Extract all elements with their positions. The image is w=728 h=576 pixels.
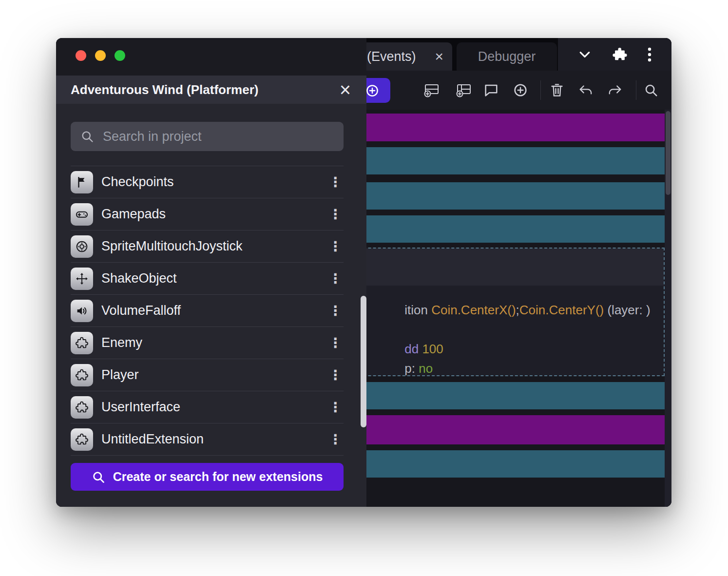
zoom-window-button[interactable] <box>115 50 125 61</box>
code-text: (layer: ) <box>604 303 650 317</box>
tab-debugger[interactable]: Debugger <box>457 42 557 71</box>
project-title: Adventurous Wind (Platformer) <box>71 82 258 97</box>
extension-name: Checkpoints <box>101 174 319 190</box>
add-subevent-icon[interactable] <box>421 79 442 101</box>
close-window-button[interactable] <box>76 50 86 61</box>
extension-name: VolumeFalloff <box>101 303 319 318</box>
kebab-menu-icon[interactable]: ⋮ <box>327 174 344 190</box>
tab-events-label: (Events) <box>367 49 416 64</box>
create-extension-button[interactable]: Create or search for new extensions <box>71 463 344 491</box>
list-item-volumefalloff[interactable]: VolumeFalloff ⋮ <box>71 295 344 327</box>
more-menu-icon[interactable] <box>647 46 652 63</box>
search-icon[interactable] <box>640 79 662 101</box>
chevron-down-icon[interactable] <box>577 47 592 62</box>
kebab-menu-icon[interactable]: ⋮ <box>327 367 344 383</box>
add-comment-icon[interactable] <box>480 79 502 101</box>
list-item-gamepads[interactable]: Gamepads ⋮ <box>71 198 344 230</box>
list-item-userinterface[interactable]: UserInterface ⋮ <box>71 391 344 423</box>
delete-icon[interactable] <box>546 79 568 101</box>
puzzle-icon <box>71 428 93 451</box>
project-search[interactable] <box>71 122 344 151</box>
kebab-menu-icon[interactable]: ⋮ <box>327 270 344 287</box>
kebab-menu-icon[interactable]: ⋮ <box>327 399 344 415</box>
kebab-menu-icon[interactable]: ⋮ <box>327 303 344 319</box>
list-item-shakeobject[interactable]: ShakeObject ⋮ <box>71 263 344 295</box>
undo-icon[interactable] <box>575 79 596 101</box>
extension-name: ShakeObject <box>101 271 319 286</box>
tab-debugger-label: Debugger <box>478 49 536 64</box>
events-scrollbar-track[interactable] <box>665 110 671 507</box>
extension-name: Player <box>101 367 319 383</box>
toolbar-divider <box>540 80 541 100</box>
kebab-menu-icon[interactable]: ⋮ <box>327 431 344 447</box>
move-arrows-icon <box>71 268 93 290</box>
close-icon[interactable]: × <box>340 80 351 99</box>
search-icon <box>92 470 105 484</box>
search-icon <box>80 130 94 143</box>
redo-icon[interactable] <box>604 79 626 101</box>
events-scrollbar-thumb[interactable] <box>666 111 671 195</box>
project-manager-drawer: Adventurous Wind (Platformer) × Checkpoi… <box>56 38 366 507</box>
gdevelop-window: (Events) × Debugger <box>56 38 671 507</box>
puzzle-icon <box>71 332 93 354</box>
code-boolean: no <box>419 361 433 376</box>
code-text: ; <box>516 303 519 317</box>
list-item-spritemultitouchjoystick[interactable]: SpriteMultitouchJoystick ⋮ <box>71 230 344 263</box>
kebab-menu-icon[interactable]: ⋮ <box>327 206 344 222</box>
extension-name: UntitledExtension <box>101 432 319 447</box>
tabbar-actions <box>558 38 671 71</box>
gamepad-icon <box>71 203 93 226</box>
list-item-untitledextension[interactable]: UntitledExtension ⋮ <box>71 423 344 456</box>
tab-close-icon[interactable]: × <box>435 49 443 64</box>
add-other-event-icon[interactable] <box>453 79 475 101</box>
window-titlebar <box>56 38 366 76</box>
puzzle-icon <box>71 396 93 419</box>
extension-name: Gamepads <box>101 207 319 222</box>
create-extension-label: Create or search for new extensions <box>113 470 323 484</box>
extensions-puzzle-icon[interactable] <box>612 46 628 63</box>
list-item-checkpoints[interactable]: Checkpoints ⋮ <box>71 166 344 198</box>
code-expression: Coin.CenterY() <box>519 303 604 317</box>
volume-icon <box>71 300 93 322</box>
desktop-background: (Events) × Debugger <box>0 0 728 576</box>
kebab-menu-icon[interactable]: ⋮ <box>327 238 344 254</box>
minimize-window-button[interactable] <box>95 50 106 61</box>
extension-list: Checkpoints ⋮ Gamepads ⋮ SpriteMultitouc… <box>71 166 344 456</box>
code-text: ition <box>404 303 431 317</box>
code-text: p: <box>404 361 419 376</box>
extension-name: SpriteMultitouchJoystick <box>101 239 319 254</box>
drawer-header: Adventurous Wind (Platformer) × <box>56 76 366 104</box>
code-expression: Coin.CenterX() <box>431 303 516 317</box>
add-circle-icon[interactable] <box>510 79 531 101</box>
puzzle-icon <box>71 364 93 386</box>
drawer-scrollbar-thumb[interactable] <box>361 296 366 427</box>
flag-icon <box>71 171 93 193</box>
kebab-menu-icon[interactable]: ⋮ <box>327 335 344 351</box>
extension-name: Enemy <box>101 335 319 350</box>
extension-name: UserInterface <box>101 400 319 415</box>
list-item-enemy[interactable]: Enemy ⋮ <box>71 327 344 359</box>
toolbar-divider <box>636 80 636 100</box>
joystick-icon <box>71 235 93 258</box>
list-item-player[interactable]: Player ⋮ <box>71 359 344 391</box>
search-input[interactable] <box>102 129 334 145</box>
